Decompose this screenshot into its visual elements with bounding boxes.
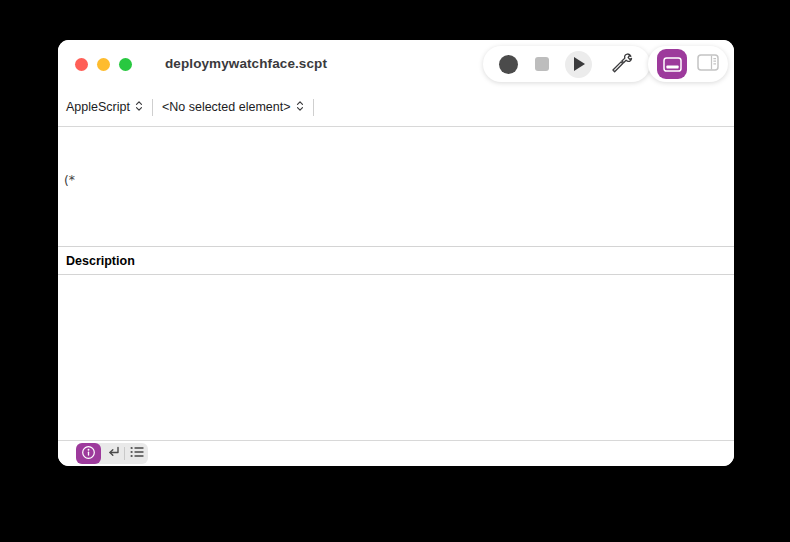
accessory-tab-switcher	[76, 443, 148, 464]
code-line	[64, 223, 726, 240]
desktop: { "window": { "title": "deploymywatchfac…	[0, 0, 790, 542]
close-button[interactable]	[75, 58, 88, 71]
popup-chevrons-icon	[296, 100, 304, 115]
bottom-bar	[58, 440, 734, 466]
window-title: deploymywatchface.scpt	[165, 40, 327, 88]
zoom-button[interactable]	[119, 58, 132, 71]
play-icon	[565, 51, 592, 78]
stop-button[interactable]	[535, 57, 549, 71]
stop-icon	[535, 57, 549, 71]
code-line: (*	[64, 172, 726, 189]
element-popup-label: <No selected element>	[162, 100, 291, 114]
titlebar: deploymywatchface.scpt	[58, 40, 734, 88]
description-content-area[interactable]	[58, 275, 734, 440]
script-text-area[interactable]: (* Watch Face Designer Deployer This fil…	[58, 127, 734, 247]
return-icon	[106, 446, 120, 461]
navigation-bar: AppleScript <No selected element>	[58, 88, 734, 127]
toolbar-run-group	[483, 46, 650, 82]
popup-chevrons-icon	[135, 100, 143, 115]
description-header: Description	[58, 247, 734, 275]
list-icon	[130, 446, 144, 461]
accessory-view-icon	[657, 49, 687, 79]
bundle-contents-icon	[697, 54, 719, 74]
element-popup[interactable]: <No selected element>	[162, 100, 304, 115]
navbar-divider	[152, 99, 153, 116]
log-tab-button[interactable]	[125, 443, 148, 464]
language-popup-label: AppleScript	[66, 100, 130, 114]
info-icon	[81, 445, 96, 463]
result-tab-button[interactable]	[101, 443, 124, 464]
traffic-lights	[75, 58, 132, 71]
record-button[interactable]	[499, 55, 518, 74]
description-tab-button[interactable]	[76, 443, 101, 464]
script-editor-window: deploymywatchface.scpt	[58, 40, 734, 466]
accessory-view-button[interactable]	[657, 49, 687, 79]
run-button[interactable]	[565, 51, 592, 78]
record-icon	[499, 55, 518, 74]
compile-button[interactable]	[609, 50, 634, 78]
minimize-button[interactable]	[97, 58, 110, 71]
navbar-divider	[313, 99, 314, 116]
language-popup[interactable]: AppleScript	[66, 100, 143, 115]
toolbar-view-group	[648, 46, 728, 82]
hammer-icon	[609, 50, 634, 78]
bundle-contents-button[interactable]	[697, 54, 719, 74]
